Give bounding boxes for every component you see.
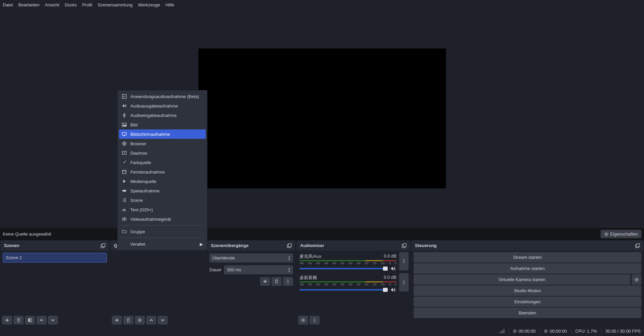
add-source-button[interactable] — [112, 316, 122, 325]
svg-point-23 — [288, 281, 289, 282]
ctx-label: Videoaufnahmegerät — [130, 217, 171, 222]
ctx-browser[interactable]: Browser — [119, 139, 206, 148]
svg-point-29 — [404, 262, 405, 263]
ctx-media-source[interactable]: Medienquelle — [119, 177, 206, 186]
svg-point-3 — [123, 124, 124, 124]
svg-rect-17 — [28, 318, 30, 322]
svg-rect-16 — [102, 244, 105, 247]
channel-menu-button[interactable] — [399, 252, 409, 270]
monitor-icon — [122, 131, 127, 137]
sources-title: Q — [114, 243, 117, 248]
ctx-game-capture[interactable]: Spielaufnahme — [119, 186, 206, 195]
source-properties-button[interactable] — [135, 316, 145, 325]
svg-point-24 — [288, 282, 289, 283]
cpu-usage: CPU: 1.7% — [575, 329, 597, 334]
menu-datei[interactable]: Datei — [0, 1, 15, 7]
svg-text:ab: ab — [122, 208, 126, 212]
move-source-down-button[interactable] — [158, 316, 168, 325]
ctx-slideshow[interactable]: Diashow — [119, 148, 206, 158]
ctx-label: Gruppe — [130, 229, 145, 234]
ctx-group[interactable]: Gruppe — [119, 227, 206, 236]
move-scene-up-button[interactable] — [36, 316, 46, 325]
add-scene-button[interactable] — [2, 316, 12, 325]
move-source-up-button[interactable] — [146, 316, 156, 325]
settings-button[interactable]: Einstellungen — [414, 297, 641, 307]
menu-werkzeuge[interactable]: Werkzeuge — [135, 1, 163, 7]
channel-name: 麦克风/Aux — [299, 253, 321, 259]
remove-scene-button[interactable] — [13, 316, 24, 325]
preview-canvas[interactable] — [198, 49, 446, 188]
popout-icon[interactable] — [402, 243, 407, 248]
spinner-arrows-icon: ▲▼ — [288, 267, 290, 272]
ctx-app-audio[interactable]: Anwendungsaudioaufnahme (Beta) — [119, 92, 206, 101]
ctx-label: Audioeingabeaufnahme — [130, 113, 176, 118]
ctx-audio-out[interactable]: Audioausgabeaufnahme — [119, 101, 206, 111]
menu-szenensammlung[interactable]: Szenensammlung — [95, 1, 135, 7]
remove-transition-button[interactable] — [271, 277, 282, 286]
ctx-deprecated[interactable]: Veraltet ▶ — [119, 239, 206, 249]
move-scene-down-button[interactable] — [48, 316, 58, 325]
exit-button[interactable]: Beenden — [414, 308, 641, 318]
ctx-label: Medienquelle — [130, 179, 156, 184]
volume-slider[interactable] — [299, 268, 388, 269]
transitions-title: Szenenübergänge — [211, 243, 249, 248]
ctx-video-capture[interactable]: Videoaufnahmegerät — [119, 214, 206, 224]
menu-bearbeiten[interactable]: Bearbeiten — [15, 1, 42, 7]
window-icon — [122, 169, 127, 175]
menu-docks[interactable]: Docks — [62, 1, 79, 7]
mute-button[interactable] — [390, 286, 396, 293]
svg-point-39 — [636, 279, 637, 280]
mute-button[interactable] — [390, 265, 396, 272]
mixer-settings-button[interactable] — [298, 316, 308, 325]
globe-icon — [122, 141, 127, 146]
svg-rect-26 — [403, 244, 406, 247]
popout-icon[interactable] — [101, 243, 105, 248]
svg-point-27 — [404, 259, 405, 261]
ctx-display-capture[interactable]: Bildschirmaufnahme — [119, 129, 206, 139]
start-recording-button[interactable]: Aufnahme starten — [414, 263, 641, 274]
audio-meter — [299, 260, 396, 261]
ctx-scene[interactable]: Szene — [119, 195, 206, 205]
svg-rect-4 — [122, 132, 126, 135]
start-stream-button[interactable]: Stream starten — [414, 252, 641, 263]
scenes-dock: Szenen Szene 2 — [1, 240, 109, 326]
transition-select[interactable]: Überblende ▲▼ — [210, 253, 293, 263]
ctx-audio-in[interactable]: Audioeingabeaufnahme — [119, 111, 206, 120]
duration-label: Dauer — [210, 267, 221, 272]
meter-ticks: -60-55-50-45-40-35-30-25-20-15-10-50 — [299, 261, 396, 265]
text-icon: ab — [122, 207, 127, 212]
camera-icon — [122, 216, 127, 222]
remove-source-button[interactable] — [123, 316, 133, 325]
list-icon — [122, 197, 127, 203]
audio-meter — [299, 281, 396, 282]
duration-input[interactable]: 300 ms ▲▼ — [224, 265, 293, 274]
menu-hilfe[interactable]: Hilfe — [163, 1, 177, 7]
svg-rect-0 — [122, 94, 126, 98]
properties-button[interactable]: Eigenschaften — [601, 230, 641, 238]
blank-icon — [122, 241, 127, 247]
ctx-label: Szene — [130, 198, 143, 203]
mixer-menu-button[interactable] — [310, 316, 320, 325]
channel-menu-button[interactable] — [399, 273, 409, 292]
ctx-text[interactable]: ab Text (GDI+) — [119, 205, 206, 214]
meter-ticks: -60-55-50-45-40-35-30-25-20-15-10-50 — [299, 282, 396, 286]
ctx-color-source[interactable]: Farbquelle — [119, 158, 206, 167]
studio-mode-button[interactable]: Studio-Modus — [414, 285, 641, 296]
popout-icon[interactable] — [287, 243, 292, 248]
menu-profil[interactable]: Profil — [79, 1, 95, 7]
ctx-label: Bildschirmaufnahme — [130, 132, 170, 137]
ctx-label: Text (GDI+) — [130, 207, 153, 212]
add-transition-button[interactable] — [260, 277, 270, 286]
volume-slider[interactable] — [299, 289, 388, 291]
virtual-camera-settings-button[interactable] — [632, 274, 641, 285]
transition-menu-button[interactable] — [283, 277, 293, 286]
start-virtual-camera-button[interactable]: Virtuelle Kamera starten — [414, 274, 630, 285]
scene-filter-button[interactable] — [25, 316, 35, 325]
popout-icon[interactable] — [635, 243, 640, 248]
ctx-window-capture[interactable]: Fensteraufnahme — [119, 167, 206, 177]
menu-ansicht[interactable]: Ansicht — [42, 1, 62, 7]
ctx-image[interactable]: Bild — [119, 120, 206, 129]
svg-rect-9 — [122, 190, 126, 192]
transitions-dock: Szenenübergänge Überblende ▲▼ Dauer 300 … — [207, 240, 295, 326]
scene-item[interactable]: Szene 2 — [3, 253, 107, 263]
